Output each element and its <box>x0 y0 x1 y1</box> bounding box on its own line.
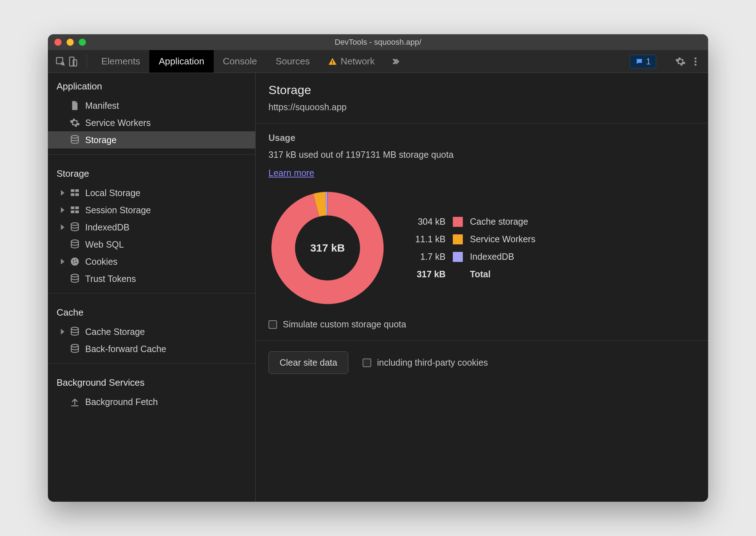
sidebar-item-label: Web SQL <box>85 239 124 250</box>
application-sidebar: ApplicationManifestService WorkersStorag… <box>48 73 256 502</box>
sidebar-item-cookies[interactable]: Cookies <box>48 253 255 270</box>
separator <box>48 293 255 293</box>
sidebar-item-label: Trust Tokens <box>85 274 136 284</box>
db-icon <box>69 222 80 233</box>
svg-rect-15 <box>71 210 74 213</box>
tab-label: Elements <box>101 56 140 67</box>
inspect-element-icon[interactable] <box>55 56 66 67</box>
svg-point-6 <box>694 60 697 63</box>
chevron-right-icon[interactable] <box>61 259 64 264</box>
svg-point-22 <box>76 262 77 263</box>
usage-legend: 304 kBCache storage11.1 kBService Worker… <box>415 216 536 279</box>
sidebar-item-label: Local Storage <box>85 188 140 198</box>
usage-donut-chart: 317 kB <box>268 189 387 307</box>
svg-point-21 <box>75 259 76 260</box>
sidebar-item-label: Session Storage <box>85 205 151 215</box>
sidebar-group-title: Application <box>48 73 255 97</box>
db-icon <box>69 135 80 145</box>
usage-heading: Usage <box>268 133 695 143</box>
panel-tabs: Elements Application Console Sources Net… <box>92 50 407 73</box>
svg-rect-10 <box>75 189 79 192</box>
sidebar-item-local-storage[interactable]: Local Storage <box>48 184 255 201</box>
kebab-menu-icon[interactable] <box>690 56 701 67</box>
sidebar-item-label: Cookies <box>85 257 117 267</box>
page-title: Storage <box>268 83 695 97</box>
simulate-quota-checkbox[interactable] <box>268 320 277 329</box>
grid-icon <box>69 187 80 198</box>
tab-console[interactable]: Console <box>214 50 266 73</box>
donut-center-label: 317 kB <box>310 242 345 254</box>
chevron-right-icon[interactable] <box>61 224 64 230</box>
svg-rect-13 <box>71 206 74 209</box>
sidebar-item-label: Storage <box>85 135 117 145</box>
simulate-quota-label: Simulate custom storage quota <box>283 319 406 330</box>
origin-url: https://squoosh.app <box>268 102 695 112</box>
more-tabs-button[interactable] <box>384 50 407 73</box>
legend-total-value: 317 kB <box>415 269 446 279</box>
spacer <box>61 346 64 352</box>
learn-more-link[interactable]: Learn more <box>268 168 314 178</box>
tab-application[interactable]: Application <box>149 50 213 73</box>
spacer <box>61 399 64 405</box>
chevron-right-icon[interactable] <box>61 190 64 196</box>
sidebar-item-trust-tokens[interactable]: Trust Tokens <box>48 270 255 287</box>
warning-icon <box>328 57 337 66</box>
tab-label: Sources <box>276 56 310 67</box>
db-icon <box>69 239 80 250</box>
chevron-right-icon[interactable] <box>61 207 64 213</box>
svg-rect-12 <box>75 193 79 196</box>
spacer <box>61 103 64 108</box>
sidebar-group-title: Cache <box>48 299 255 323</box>
svg-rect-3 <box>332 60 333 63</box>
svg-point-25 <box>71 327 78 330</box>
legend-label: Service Workers <box>470 234 536 244</box>
sidebar-item-service-workers[interactable]: Service Workers <box>48 114 255 131</box>
tab-network[interactable]: Network <box>319 50 384 73</box>
sidebar-item-label: Background Fetch <box>85 397 158 407</box>
legend-value: 11.1 kB <box>415 234 446 244</box>
spacer <box>61 276 64 282</box>
svg-rect-14 <box>75 206 79 209</box>
legend-label: IndexedDB <box>470 252 536 262</box>
tab-sources[interactable]: Sources <box>266 50 319 73</box>
sidebar-item-storage[interactable]: Storage <box>48 131 255 148</box>
actions-section: Clear site data including third-party co… <box>256 341 708 385</box>
sidebar-item-manifest[interactable]: Manifest <box>48 97 255 114</box>
sidebar-item-label: Service Workers <box>85 118 151 128</box>
devtools-toolbar: Elements Application Console Sources Net… <box>48 50 708 73</box>
sidebar-item-indexeddb[interactable]: IndexedDB <box>48 219 255 236</box>
legend-value: 1.7 kB <box>415 252 446 262</box>
db-icon <box>69 343 80 354</box>
third-party-checkbox[interactable] <box>363 359 371 367</box>
db-icon <box>69 273 80 284</box>
sidebar-group-title: Storage <box>48 160 255 184</box>
panel-header: Storage https://squoosh.app <box>256 73 708 123</box>
sidebar-item-label: Cache Storage <box>85 327 145 337</box>
svg-point-20 <box>73 260 74 262</box>
third-party-row[interactable]: including third-party cookies <box>363 357 488 368</box>
sidebar-item-web-sql[interactable]: Web SQL <box>48 236 255 253</box>
simulate-quota-row[interactable]: Simulate custom storage quota <box>268 319 695 330</box>
sidebar-item-back-forward-cache[interactable]: Back-forward Cache <box>48 340 255 357</box>
svg-point-23 <box>73 262 74 263</box>
settings-icon[interactable] <box>675 56 686 67</box>
legend-total-label: Total <box>470 269 536 279</box>
issues-badge[interactable]: 1 <box>630 55 656 68</box>
window-title: DevTools - squoosh.app/ <box>48 38 708 47</box>
tab-elements[interactable]: Elements <box>92 50 149 73</box>
content-area: ApplicationManifestService WorkersStorag… <box>48 73 708 502</box>
clear-site-data-button[interactable]: Clear site data <box>268 351 348 374</box>
chevron-right-icon[interactable] <box>61 329 64 335</box>
svg-point-26 <box>71 345 78 347</box>
svg-rect-11 <box>71 193 74 196</box>
devtools-window: DevTools - squoosh.app/ Elements Applica… <box>48 34 708 502</box>
svg-point-5 <box>694 57 697 59</box>
sidebar-item-cache-storage[interactable]: Cache Storage <box>48 323 255 340</box>
sidebar-item-background-fetch[interactable]: Background Fetch <box>48 393 255 410</box>
device-toolbar-icon[interactable] <box>67 56 78 67</box>
tab-label: Console <box>223 56 257 67</box>
svg-rect-4 <box>332 63 333 64</box>
sidebar-item-session-storage[interactable]: Session Storage <box>48 201 255 219</box>
spacer <box>61 120 64 126</box>
legend-swatch <box>453 217 463 227</box>
